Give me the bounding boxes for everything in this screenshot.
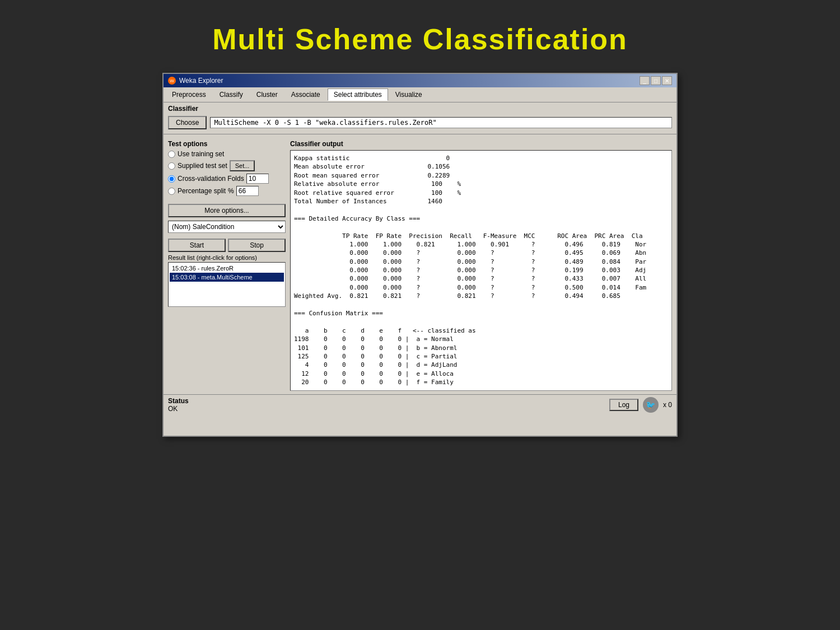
- weka-window: W Weka Explorer _ □ ✕ Preprocess Classif…: [162, 73, 678, 437]
- classifier-row: Choose MultiScheme -X 0 -S 1 -B "weka.cl…: [164, 114, 676, 132]
- classifier-output-label: Classifier output: [290, 140, 672, 148]
- set-button[interactable]: Set...: [230, 160, 255, 171]
- page-title: Multi Scheme Classification: [11, 22, 829, 56]
- test-options-group: Use training set Supplied test set Set..…: [168, 150, 286, 196]
- folds-input[interactable]: [246, 174, 269, 184]
- more-options-button[interactable]: More options...: [168, 204, 286, 217]
- right-panel: Classifier output Kappa statistic 0 Mean…: [290, 140, 672, 391]
- x-label: x 0: [663, 401, 672, 409]
- radio-cross-val-input[interactable]: [168, 175, 175, 183]
- title-bar-controls: _ □ ✕: [640, 76, 672, 85]
- status-bar: Status OK Log 🐦 x 0: [164, 394, 676, 415]
- close-button[interactable]: ✕: [662, 76, 672, 85]
- radio-cross-validation: Cross-validation Folds: [168, 174, 286, 184]
- weka-bird-icon: 🐦: [643, 397, 659, 413]
- radio-use-training: Use training set: [168, 150, 286, 158]
- status-value: OK: [168, 405, 189, 413]
- tab-cluster[interactable]: Cluster: [250, 88, 284, 101]
- radio-supplied-test-input[interactable]: [168, 162, 175, 170]
- radio-supplied-test: Supplied test set Set...: [168, 160, 286, 171]
- maximize-button[interactable]: □: [651, 76, 661, 85]
- stop-button[interactable]: Stop: [228, 239, 286, 252]
- start-stop-row: Start Stop: [168, 239, 286, 252]
- result-item-zeror[interactable]: 15:02:36 - rules.ZeroR: [170, 264, 284, 273]
- tab-preprocess[interactable]: Preprocess: [166, 88, 212, 101]
- result-item-multischeme[interactable]: 15:03:08 - meta.MultiScheme: [170, 273, 284, 282]
- radio-cross-val-label: Cross-validation Folds: [178, 175, 244, 183]
- test-options-label: Test options: [168, 140, 286, 148]
- result-list: 15:02:36 - rules.ZeroR 15:03:08 - meta.M…: [168, 262, 286, 307]
- classifier-output-text: Kappa statistic 0 Mean absolute error 0.…: [290, 150, 672, 391]
- title-bar: W Weka Explorer _ □ ✕: [164, 74, 676, 87]
- menu-bar: Preprocess Classify Cluster Associate Se…: [164, 87, 676, 102]
- log-button[interactable]: Log: [609, 399, 638, 411]
- radio-use-training-input[interactable]: [168, 151, 175, 158]
- classifier-text: MultiScheme -X 0 -S 1 -B "weka.classifie…: [210, 117, 672, 128]
- left-panel: Test options Use training set Supplied t…: [168, 140, 286, 391]
- radio-supplied-label: Supplied test set: [178, 162, 227, 170]
- status-label: Status: [168, 397, 189, 405]
- tab-associate[interactable]: Associate: [285, 88, 326, 101]
- tab-visualize[interactable]: Visualize: [389, 88, 428, 101]
- divider-1: [164, 134, 676, 134]
- radio-use-training-label: Use training set: [178, 150, 224, 158]
- tab-classify[interactable]: Classify: [213, 88, 249, 101]
- percent-sign: %: [228, 187, 234, 195]
- title-bar-left: W Weka Explorer: [168, 77, 223, 85]
- result-list-label: Result list (right-click for options): [168, 254, 286, 261]
- minimize-button[interactable]: _: [640, 76, 650, 85]
- tab-select-attributes[interactable]: Select attributes: [328, 88, 388, 101]
- classifier-section-label: Classifier: [164, 102, 676, 114]
- weka-icon: W: [168, 77, 176, 85]
- radio-percentage-split: Percentage split %: [168, 186, 286, 196]
- status-right: Log 🐦 x 0: [609, 397, 672, 413]
- choose-button[interactable]: Choose: [168, 116, 207, 129]
- radio-pct-split-label: Percentage split: [178, 187, 226, 195]
- sale-condition-dropdown[interactable]: (Nom) SaleCondition: [168, 221, 286, 233]
- start-button[interactable]: Start: [168, 239, 226, 252]
- percentage-input[interactable]: [236, 186, 259, 196]
- radio-pct-split-input[interactable]: [168, 188, 175, 195]
- window-title: Weka Explorer: [179, 77, 223, 85]
- main-content: Test options Use training set Supplied t…: [164, 137, 676, 394]
